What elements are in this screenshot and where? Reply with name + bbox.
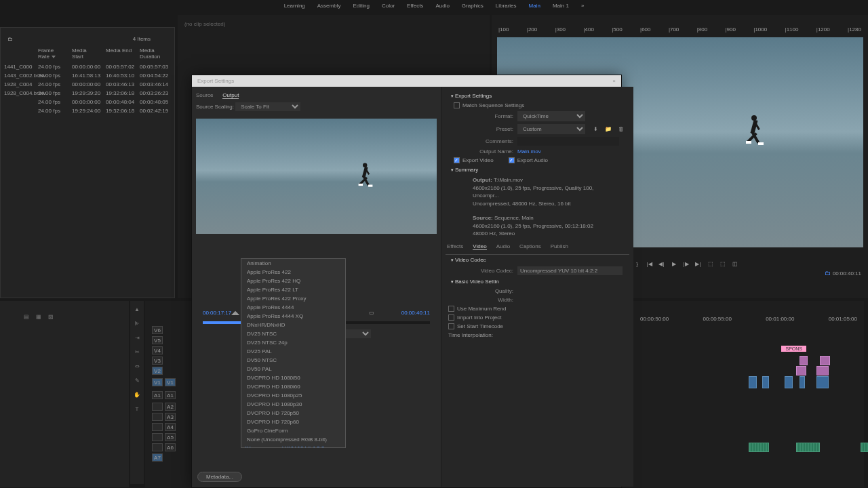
selection-tool-icon[interactable]: ▲ xyxy=(133,306,141,312)
tab-effects[interactable]: Effects xyxy=(447,243,463,250)
video-clip[interactable] xyxy=(800,376,805,388)
col-mediastart[interactable]: Media Start xyxy=(68,46,102,61)
export-video-checkbox[interactable] xyxy=(454,157,460,163)
icon-view-icon[interactable]: ▦ xyxy=(36,314,41,320)
a1-source[interactable]: A1 xyxy=(152,391,163,399)
close-icon[interactable]: × xyxy=(612,78,616,84)
col-framerate[interactable]: Frame Rate xyxy=(35,46,68,61)
out-marker-icon[interactable]: ◣ xyxy=(235,310,239,316)
codec-option[interactable]: Apple ProRes 4444 xyxy=(241,303,345,312)
bin-icon[interactable]: 🗀 xyxy=(7,36,13,42)
codec-option[interactable]: DV50 PAL xyxy=(241,365,345,373)
codec-option[interactable]: DVCPRO HD 1080p30 xyxy=(241,400,345,409)
ws-color[interactable]: Color xyxy=(382,3,395,9)
dialog-titlebar[interactable]: Export Settings × xyxy=(192,75,621,87)
tab-video[interactable]: Video xyxy=(473,243,486,250)
scale-select[interactable]: Scale To Fit xyxy=(235,102,300,111)
lift-icon[interactable]: ⬚ xyxy=(707,261,714,267)
out-timecode[interactable]: 00:00:40:11 xyxy=(401,310,430,316)
codec-option[interactable]: Apple ProRes 4444 XQ xyxy=(241,312,345,321)
ws-overflow[interactable]: » xyxy=(581,3,584,9)
goto-in-icon[interactable]: |◀ xyxy=(646,261,653,267)
codec-option[interactable]: DV25 NTSC xyxy=(241,329,345,338)
clip-row[interactable]: 1443_C002.braw24.00 fps16:41:58:1316:46:… xyxy=(1,71,174,80)
maxrender-checkbox[interactable] xyxy=(448,306,454,312)
audio-clip[interactable] xyxy=(861,443,868,452)
export-settings-header[interactable]: Export Settings xyxy=(446,91,629,101)
video-clip[interactable] xyxy=(800,356,808,365)
codec-option[interactable]: Apple ProRes 422 HQ xyxy=(241,277,345,285)
delete-preset-icon[interactable]: 🗑 xyxy=(618,126,624,132)
v1-source[interactable]: V1 xyxy=(152,378,163,386)
ws-graphics[interactable]: Graphics xyxy=(462,3,484,9)
save-preset-icon[interactable]: ⬇ xyxy=(593,126,598,132)
clip-row[interactable]: 1928_C00424.00 fps00:00:00:0000:03:46:13… xyxy=(1,80,174,89)
summary-header[interactable]: Summary xyxy=(446,165,629,175)
audio-clip[interactable] xyxy=(749,443,769,452)
audio-clip[interactable] xyxy=(796,443,820,452)
match-sequence-checkbox[interactable] xyxy=(454,102,460,108)
tab-captions[interactable]: Captions xyxy=(519,243,541,250)
play-icon[interactable]: ▶ xyxy=(671,261,677,267)
codec-option[interactable]: DVCPRO HD 1080i60 xyxy=(241,382,345,391)
clip-row[interactable]: 24.00 fps00:00:00:0000:00:48:0400:00:48:… xyxy=(1,98,174,106)
step-fwd-icon[interactable]: |▶ xyxy=(683,261,690,267)
col-mediaend[interactable]: Media End xyxy=(102,46,136,61)
codec-option[interactable]: Apple ProRes 422 LT xyxy=(241,285,345,294)
metadata-button[interactable]: Metadata... xyxy=(197,472,242,482)
type-tool-icon[interactable]: T xyxy=(133,406,141,412)
extract-icon[interactable]: ⬚ xyxy=(719,261,726,267)
slip-tool-icon[interactable]: ⇔ xyxy=(133,363,141,369)
video-clip[interactable] xyxy=(816,376,829,388)
import-project-checkbox[interactable] xyxy=(448,314,454,321)
codec-option[interactable]: DVCPRO HD 720p60 xyxy=(241,418,345,426)
comments-input[interactable] xyxy=(517,137,619,146)
ripple-edit-icon[interactable]: ⇥ xyxy=(133,335,141,341)
export-frame-icon[interactable]: ◫ xyxy=(732,261,738,267)
ws-main[interactable]: Main xyxy=(529,3,540,9)
video-codec-select[interactable]: Uncompressed YUV 10 bit 4:2:2 xyxy=(517,266,623,275)
codec-option[interactable]: Animation xyxy=(241,259,345,268)
codec-option[interactable]: DVCPRO HD 720p50 xyxy=(241,409,345,418)
video-codec-header[interactable]: Video Codec xyxy=(446,255,629,265)
col-duration[interactable]: Media Duration xyxy=(136,46,170,61)
codec-option[interactable]: DV50 NTSC xyxy=(241,356,345,365)
outputname-link[interactable]: Main.mov xyxy=(517,148,541,155)
clip-label[interactable]: SPONS xyxy=(781,346,806,352)
video-clip[interactable] xyxy=(796,366,806,375)
step-back-icon[interactable]: ◀| xyxy=(658,261,665,267)
codec-option[interactable]: Apple ProRes 422 Proxy xyxy=(241,294,345,303)
codec-option-selected[interactable]: Uncompressed YUV 10 bit 4:2:2 xyxy=(241,444,345,448)
codec-option[interactable]: None (Uncompressed RGB 8-bit) xyxy=(241,435,345,444)
codec-option[interactable]: DVCPRO HD 1080i50 xyxy=(241,373,345,382)
ws-learning[interactable]: Learning xyxy=(284,3,305,9)
import-preset-icon[interactable]: 📁 xyxy=(605,126,612,132)
tab-publish[interactable]: Publish xyxy=(551,243,568,250)
video-clip[interactable] xyxy=(785,376,793,388)
tab-output[interactable]: Output xyxy=(222,92,239,99)
tab-source[interactable]: Source xyxy=(196,92,213,99)
export-audio-checkbox[interactable] xyxy=(509,157,515,163)
format-select[interactable]: QuickTime xyxy=(517,111,585,121)
codec-option[interactable]: GoPro CineForm xyxy=(241,426,345,435)
ws-libraries[interactable]: Libraries xyxy=(496,3,517,9)
hand-tool-icon[interactable]: ✋ xyxy=(133,392,141,398)
codec-option[interactable]: DV25 PAL xyxy=(241,347,345,356)
export-preview[interactable] xyxy=(196,119,437,234)
clip-row[interactable]: 1928_C004.braw24.00 fps19:29:39:2019:32:… xyxy=(1,89,174,98)
video-clip[interactable] xyxy=(762,376,769,388)
preset-select[interactable]: Custom xyxy=(517,124,585,134)
clip-row[interactable]: 24.00 fps19:29:24:0019:32:06:1800:02:42:… xyxy=(1,106,174,115)
list-view-icon[interactable]: ▤ xyxy=(24,314,29,320)
in-timecode[interactable]: 00:00:17:17 xyxy=(203,310,231,316)
track-select-icon[interactable]: ⫸ xyxy=(133,321,141,327)
razor-tool-icon[interactable]: ✂ xyxy=(133,349,141,355)
codec-option[interactable]: Apple ProRes 422 xyxy=(241,268,345,277)
ws-editing[interactable]: Editing xyxy=(353,3,369,9)
ws-main1[interactable]: Main 1 xyxy=(553,3,569,9)
mark-out-icon[interactable]: } xyxy=(634,261,641,267)
timeline-ruler[interactable]: 00:00:50:0000:00:55:0000:01:00:0000:01:0… xyxy=(640,316,857,322)
video-clip[interactable] xyxy=(820,356,830,365)
clip-row[interactable]: 1441_C00024.00 fps00:00:00:0000:05:57:02… xyxy=(1,62,174,71)
ws-effects[interactable]: Effects xyxy=(407,3,423,9)
